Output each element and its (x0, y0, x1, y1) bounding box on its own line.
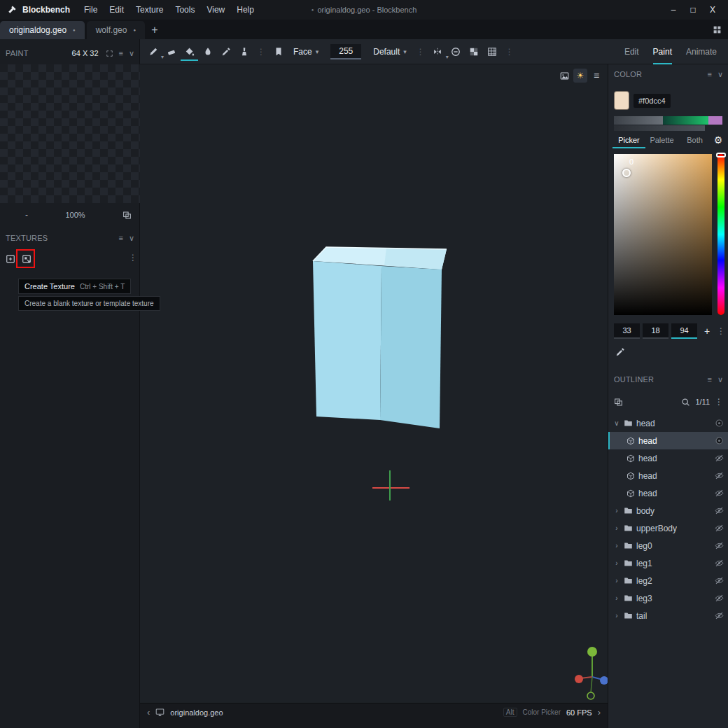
maximize-button[interactable]: □ (685, 0, 701, 20)
texture-preview-canvas[interactable] (0, 64, 140, 203)
viewport-menu-icon[interactable]: ≡ (589, 69, 603, 83)
mode-edit[interactable]: Edit (624, 39, 639, 64)
expander-icon[interactable]: › (613, 594, 620, 602)
hue-slider-cursor[interactable] (716, 153, 726, 158)
search-icon[interactable] (681, 398, 690, 407)
tab-originaldog[interactable]: originaldog.geo ● (0, 21, 85, 39)
mode-paint[interactable]: Paint (653, 39, 672, 64)
visibility-toggle-icon[interactable] (715, 419, 724, 428)
eyedropper-icon[interactable] (615, 347, 625, 357)
outliner-group-tail[interactable]: › tail (608, 607, 728, 624)
new-tab-button[interactable]: + (145, 21, 164, 39)
collapse-panel-icon[interactable]: ∨ (129, 49, 134, 58)
channel-input-h[interactable]: 33 (614, 323, 640, 339)
outliner-group-leg2[interactable]: › leg2 (608, 572, 728, 589)
menu-tools[interactable]: Tools (175, 5, 195, 15)
shading-sun-icon[interactable]: ☀ (573, 69, 587, 83)
expander-icon[interactable]: › (613, 612, 620, 620)
next-chevron-icon[interactable]: › (598, 707, 601, 718)
view-orientation-gizmo[interactable] (569, 644, 608, 701)
gear-icon[interactable]: ⚙ (711, 134, 725, 146)
pixel-grid-toggle[interactable] (484, 43, 501, 61)
outliner-menu-icon[interactable]: ⋮ (715, 397, 723, 407)
menu-texture[interactable]: Texture (136, 5, 163, 15)
outliner-cube-head-selected[interactable]: head (608, 432, 728, 449)
add-to-palette-button[interactable]: + (700, 326, 714, 337)
outliner-group-body[interactable]: › body (608, 502, 728, 519)
visibility-off-icon[interactable] (715, 541, 724, 550)
fill-bucket-tool[interactable] (181, 43, 198, 61)
color-menu-icon[interactable]: ⋮ (717, 326, 725, 336)
expander-icon[interactable]: › (613, 559, 620, 567)
collapse-panel-icon[interactable]: ∨ (129, 234, 134, 243)
app-grid-icon[interactable] (713, 25, 722, 34)
outliner-toggles-icon[interactable] (614, 398, 623, 407)
uv-preview-toggle-icon[interactable] (557, 69, 571, 83)
canvas-size-label[interactable]: 64 X 32 (72, 49, 99, 57)
eraser-tool[interactable] (162, 43, 180, 61)
visibility-off-icon[interactable] (715, 506, 724, 515)
collapse-panel-icon[interactable]: ∨ (718, 375, 723, 384)
mode-animate[interactable]: Animate (686, 39, 717, 64)
visibility-off-icon[interactable] (715, 489, 724, 498)
fill-mode-dropdown[interactable]: Face ▾ (288, 47, 324, 57)
color-picker-tool[interactable] (217, 43, 234, 61)
visibility-toggle-icon[interactable] (715, 436, 724, 445)
expander-icon[interactable]: ∨ (613, 419, 620, 427)
brush-opacity-input[interactable]: 255 (330, 44, 361, 59)
outliner-group-leg3[interactable]: › leg3 (608, 589, 728, 607)
tab-both[interactable]: Both (678, 132, 711, 148)
texture-menu-icon[interactable]: ⋮ (129, 253, 137, 262)
panel-menu-icon[interactable]: ≡ (119, 49, 123, 57)
zoom-level[interactable]: 100% (28, 211, 122, 219)
hex-color-input[interactable]: #f0dcc4 (634, 94, 671, 108)
current-color-swatch[interactable] (614, 91, 629, 110)
expander-icon[interactable]: › (613, 542, 620, 550)
menu-file[interactable]: File (84, 5, 97, 15)
tab-wolf[interactable]: wolf.geo ● (87, 21, 145, 39)
expander-icon[interactable]: › (613, 507, 620, 514)
resize-icon[interactable] (106, 50, 113, 57)
tab-unsaved-dot[interactable]: ● (133, 28, 136, 32)
droplet-tool[interactable] (199, 43, 216, 61)
brush-tool[interactable]: ▾ (144, 43, 162, 61)
prev-chevron-icon[interactable]: ‹ (147, 707, 150, 718)
tab-unsaved-dot[interactable]: ● (73, 28, 76, 32)
outliner-group-upperbody[interactable]: › upperBody (608, 519, 728, 537)
outliner-group-head[interactable]: ∨ head (608, 414, 728, 432)
draw-shape-tool[interactable] (235, 43, 253, 61)
hue-slider[interactable] (718, 154, 724, 315)
visibility-off-icon[interactable] (715, 524, 724, 533)
expander-icon[interactable]: › (613, 577, 620, 584)
mirror-paint-toggle[interactable]: ▾ (429, 43, 447, 61)
collapse-panel-icon[interactable]: ∨ (718, 70, 723, 79)
visibility-off-icon[interactable] (715, 576, 724, 585)
visibility-off-icon[interactable] (715, 559, 724, 568)
lock-alpha-toggle[interactable] (447, 43, 465, 61)
outliner-cube-head[interactable]: head (608, 467, 728, 484)
palette-gradient-bars[interactable] (614, 116, 722, 131)
channel-input-s[interactable]: 18 (643, 323, 668, 339)
close-button[interactable]: X (704, 0, 721, 20)
outliner-cube-head[interactable]: head (608, 449, 728, 467)
expander-icon[interactable]: › (613, 524, 620, 532)
tab-palette[interactable]: Palette (645, 132, 678, 148)
selection-flag-tool[interactable] (270, 43, 287, 61)
menu-edit[interactable]: Edit (109, 5, 124, 15)
outliner-group-leg1[interactable]: › leg1 (608, 554, 728, 572)
tab-picker[interactable]: Picker (612, 132, 645, 148)
menu-view[interactable]: View (206, 5, 225, 15)
minimize-button[interactable]: – (665, 0, 682, 20)
3d-viewport[interactable]: ☀ ≡ ‹ originaldog.geo Alt Color Picker 6… (140, 64, 608, 721)
visibility-off-icon[interactable] (715, 454, 724, 463)
layers-icon[interactable] (122, 211, 132, 220)
outliner-group-leg0[interactable]: › leg0 (608, 537, 728, 554)
channel-input-v[interactable]: 94 (671, 323, 697, 339)
picker-cursor[interactable] (622, 169, 631, 177)
blend-mode-dropdown[interactable]: Default ▾ (368, 47, 412, 57)
panel-menu-icon[interactable]: ≡ (119, 234, 123, 242)
panel-menu-icon[interactable]: ≡ (708, 70, 712, 78)
visibility-off-icon[interactable] (715, 594, 724, 603)
saturation-brightness-picker[interactable]: 0 (614, 154, 712, 315)
dither-toggle[interactable] (465, 43, 483, 61)
